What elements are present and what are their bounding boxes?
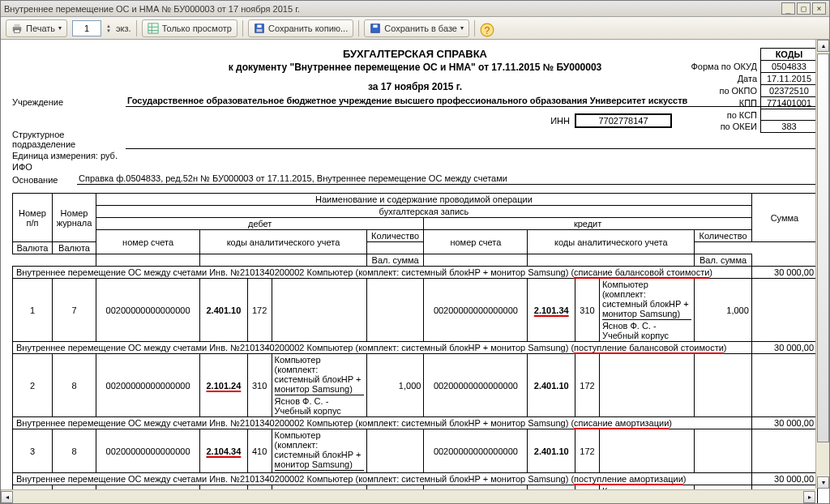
document-viewport[interactable]: КОДЫ Форма по ОКУД0504833 Дата17.11.2015… — [1, 40, 829, 503]
th-d-analytic: коды аналитического учета — [200, 230, 367, 254]
dropdown-icon: ▾ — [460, 24, 464, 32]
ksp-label: по КСП — [687, 109, 761, 121]
th-credit: кредит — [424, 218, 751, 230]
svg-rect-2 — [15, 29, 20, 32]
th-d-acct: номер счета — [96, 230, 200, 254]
okpo-value: 02372510 — [761, 85, 818, 97]
vertical-scrollbar[interactable]: ▴ ▾ — [815, 40, 829, 489]
scroll-up-icon[interactable]: ▴ — [817, 40, 829, 52]
scroll-left-icon[interactable]: ◂ — [1, 491, 13, 503]
group-title-row: Внутреннее перемещение ОС между счетами … — [13, 473, 818, 485]
grid-icon — [148, 23, 159, 34]
ksp-value — [761, 109, 818, 121]
group-title-row: Внутреннее перемещение ОС между счетами … — [13, 267, 818, 279]
spinner-icon[interactable]: ▲▼ — [106, 23, 111, 33]
copies-suffix: экз. — [116, 23, 131, 33]
codes-box: КОДЫ Форма по ОКУД0504833 Дата17.11.2015… — [687, 48, 819, 133]
basis-value: Справка ф.0504833, ред.52н № БУ000003 от… — [77, 173, 818, 185]
help-icon[interactable]: ? — [480, 23, 494, 34]
scroll-right-icon[interactable]: ▸ — [803, 491, 815, 503]
th-d-valsum: Вал. сумма — [366, 254, 423, 267]
th-c-cur: Валюта — [52, 242, 96, 254]
codes-header: КОДЫ — [761, 49, 818, 61]
date-label: Дата — [687, 73, 761, 85]
date-value: 17.11.2015 — [761, 73, 818, 85]
svg-rect-8 — [257, 24, 261, 28]
org-label: Учреждение — [12, 97, 126, 107]
horizontal-scrollbar[interactable]: ◂ ▸ — [1, 489, 815, 503]
table-row: 38002000000000000002.104.34410Компьютер … — [13, 429, 818, 473]
th-n: Номер п/п — [13, 194, 53, 242]
th-j: Номер журнала — [52, 194, 96, 242]
kpp-value: 771401001 — [761, 97, 818, 109]
dept-label: Структурное подразделение — [12, 130, 126, 149]
save-db-label: Сохранить в базе — [384, 23, 457, 33]
th-c-acct: номер счета — [424, 230, 528, 254]
maximize-button[interactable]: □ — [797, 2, 811, 15]
dept-value — [126, 147, 818, 149]
th-c-qty: Количество — [695, 230, 752, 242]
okei-value: 383 — [761, 121, 818, 133]
svg-rect-3 — [148, 23, 158, 32]
svg-rect-9 — [256, 28, 262, 32]
floppy-db-icon — [370, 23, 381, 34]
svg-text:?: ? — [485, 24, 490, 36]
table-row: 28002000000000000002.101.24310Компьютер … — [13, 354, 818, 417]
basis-label: Основание — [12, 175, 77, 185]
inn-label: ИНН — [550, 116, 570, 126]
main-table: Номер п/п Номер журнала Наименование и с… — [12, 193, 818, 503]
okud-label: Форма по ОКУД — [687, 61, 761, 73]
table-row: 17002000000000000002.401.101720020000000… — [13, 279, 818, 342]
window-titlebar: Внутреннее перемещение ОС и НМА № БУ0000… — [1, 1, 829, 17]
okud-value: 0504833 — [761, 61, 818, 73]
th-d-qty: Количество — [366, 230, 423, 242]
copies-input[interactable] — [72, 20, 101, 36]
print-button[interactable]: Печать ▾ — [6, 19, 67, 37]
kpp-label: КПП — [687, 97, 761, 109]
inn-value: 7702778147 — [575, 113, 672, 128]
th-entry: бухгалтерская запись — [96, 206, 752, 218]
okei-label: по ОКЕИ — [687, 121, 761, 133]
th-debit: дебет — [96, 218, 424, 230]
group-title-row: Внутреннее перемещение ОС между счетами … — [13, 342, 818, 354]
print-label: Печать — [26, 23, 55, 33]
ifo-label: ИФО — [12, 162, 32, 172]
table-body: Внутреннее перемещение ОС между счетами … — [13, 267, 818, 504]
save-db-button[interactable]: Сохранить в базе ▾ — [364, 19, 469, 37]
preview-button[interactable]: Только просмотр — [142, 19, 237, 37]
close-button[interactable]: × — [812, 2, 826, 15]
svg-rect-11 — [374, 24, 378, 28]
th-op: Наименование и содержание проводимой опе… — [96, 194, 752, 206]
save-copy-label: Сохранить копию... — [268, 23, 348, 33]
printer-icon — [11, 23, 23, 34]
th-d-cur: Валюта — [13, 242, 53, 254]
preview-label: Только просмотр — [162, 23, 232, 33]
scroll-thumb[interactable] — [817, 53, 829, 442]
th-c-analytic: коды аналитического учета — [528, 230, 695, 254]
dropdown-icon: ▾ — [58, 24, 62, 32]
th-c-valsum: Вал. сумма — [695, 254, 752, 267]
th-sum: Сумма — [751, 194, 817, 242]
okpo-label: по ОКПО — [687, 85, 761, 97]
save-copy-button[interactable]: Сохранить копию... — [248, 19, 353, 37]
unit-label: Единица измерения: руб. — [12, 151, 118, 160]
minimize-button[interactable]: _ — [781, 2, 795, 15]
scroll-down-icon[interactable]: ▾ — [817, 476, 829, 489]
svg-rect-1 — [15, 23, 20, 27]
floppy-icon — [254, 23, 265, 34]
window-title: Внутреннее перемещение ОС и НМА № БУ0000… — [4, 4, 300, 14]
group-title-row: Внутреннее перемещение ОС между счетами … — [13, 417, 818, 429]
toolbar: Печать ▾ ▲▼ экз. Только просмотр Сохрани… — [1, 17, 829, 40]
